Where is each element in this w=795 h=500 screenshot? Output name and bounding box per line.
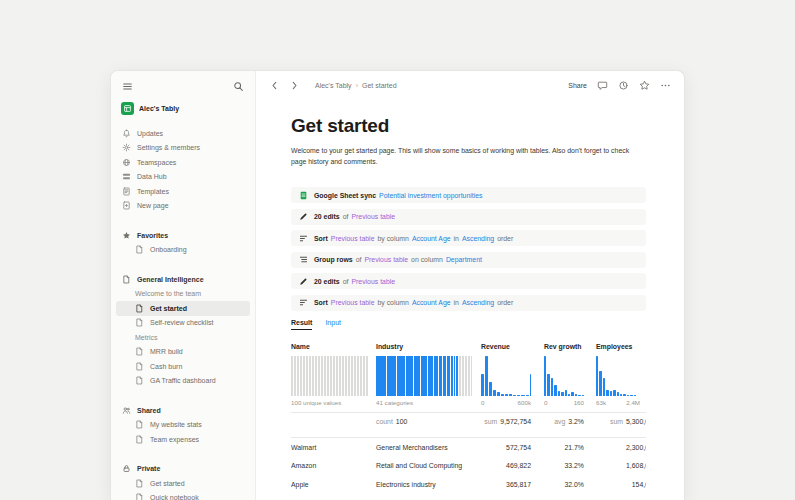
table-row[interactable]: AmazonRetail and Cloud Computing469,8223… xyxy=(291,456,646,475)
sidebar-item-welcome-to-the-team[interactable]: Welcome to the team xyxy=(111,287,255,302)
sidebar-item-get-started[interactable]: Get started xyxy=(111,476,255,491)
sidebar-item-teamspaces[interactable]: Teamspaces xyxy=(111,155,255,170)
tab-input[interactable]: Input xyxy=(325,319,341,330)
sidebar-item-my-website-stats[interactable]: My website stats xyxy=(111,418,255,433)
forward-icon[interactable] xyxy=(289,80,300,91)
page-title[interactable]: Get started xyxy=(291,115,644,137)
sidebar-item-get-started[interactable]: Get started xyxy=(116,301,250,316)
sidebar-item-cash-burn[interactable]: Cash burn xyxy=(111,359,255,374)
column-header-rev-growth[interactable]: Rev growth xyxy=(544,343,596,350)
sidebar-item-new-page[interactable]: New page xyxy=(111,199,255,214)
stat-value: 5,300,0 xyxy=(626,418,646,425)
more-options-icon[interactable] xyxy=(660,80,671,91)
histogram-bar xyxy=(551,378,553,396)
sidebar-item-settings-members[interactable]: Settings & members xyxy=(111,141,255,156)
rev-growth-column-histogram[interactable] xyxy=(544,356,584,396)
pencil-icon xyxy=(299,277,308,286)
callout-block[interactable]: SortPrevious tableby columnAccount Agein… xyxy=(291,230,646,246)
sidebar-item-onboarding[interactable]: Onboarding xyxy=(111,243,255,258)
stat-label: sum xyxy=(610,418,623,425)
inline-link[interactable]: Previous table xyxy=(364,256,408,263)
industry-column-summary-chart[interactable] xyxy=(376,356,471,396)
comments-icon[interactable] xyxy=(597,80,608,91)
sidebar-item-metrics[interactable]: Metrics xyxy=(111,330,255,345)
histogram-bar xyxy=(481,374,484,396)
callout-block[interactable]: 20 editsofPrevious table xyxy=(291,273,646,289)
sidebar-item-mrr-build[interactable]: MRR build xyxy=(111,345,255,360)
callout-block[interactable]: SortPrevious tableby columnAccount Agein… xyxy=(291,295,646,311)
column-header-name[interactable]: Name xyxy=(291,343,376,350)
sort-icon xyxy=(299,234,308,243)
table-row[interactable]: AppleElectronics industry365,81732.0%154… xyxy=(291,475,646,494)
table-cell: 469,822 xyxy=(481,462,544,469)
sidebar-item-ga-traffic-dashboard[interactable]: GA Traffic dashboard xyxy=(111,374,255,389)
inline-link[interactable]: Department xyxy=(446,256,482,263)
sidebar-item-label: Updates xyxy=(137,130,163,137)
sidebar-toolbar xyxy=(111,78,255,98)
menu-icon[interactable] xyxy=(122,81,133,92)
sidebar-section-favorites-header[interactable]: Favorites xyxy=(111,228,255,243)
histogram-bar xyxy=(620,394,622,396)
sidebar-item-label: Metrics xyxy=(135,334,158,341)
axis-min-label: 0 xyxy=(544,399,547,406)
category-segment xyxy=(443,356,446,396)
table-cell: 33.2% xyxy=(544,462,596,469)
sidebar-section-general-intelligence-header[interactable]: General Intelligence xyxy=(111,272,255,287)
tabs: ResultInput xyxy=(291,319,644,330)
sidebar-item-self-review-checklist[interactable]: Self-review checklist xyxy=(111,316,255,331)
inline-link[interactable]: Ascending xyxy=(462,299,494,306)
sidebar-section-favorites: FavoritesOnboarding xyxy=(111,228,255,257)
tab-result[interactable]: Result xyxy=(291,319,312,330)
text-segment: order xyxy=(497,235,513,242)
table-row[interactable]: CVS HealthHealthcare292,11144.0%258,0 xyxy=(291,493,646,500)
sidebar-section-label: General Intelligence xyxy=(137,276,204,283)
callout-block[interactable]: Google Sheet syncPotential investment op… xyxy=(291,187,646,203)
page-icon xyxy=(135,362,144,371)
back-icon[interactable] xyxy=(269,80,280,91)
sidebar-section-private-header[interactable]: Private xyxy=(111,462,255,477)
breadcrumb-current-page[interactable]: Get started xyxy=(362,82,397,89)
name-column-summary-chart[interactable] xyxy=(291,356,369,396)
employees-column-histogram[interactable] xyxy=(596,356,636,396)
category-segment xyxy=(414,356,420,396)
inline-link[interactable]: Potential investment opportunities xyxy=(379,192,482,199)
column-header-industry[interactable]: Industry xyxy=(376,343,481,350)
inline-link[interactable]: Account Age xyxy=(412,299,451,306)
inline-link[interactable]: Previous table xyxy=(331,235,375,242)
share-button[interactable]: Share xyxy=(568,82,587,89)
page-intro[interactable]: Welcome to your get started page. This w… xyxy=(291,146,646,167)
sidebar-item-team-expenses[interactable]: Team expenses xyxy=(111,432,255,447)
inline-link[interactable]: Previous table xyxy=(351,278,395,285)
histogram-bar xyxy=(558,391,560,396)
table-row[interactable]: WalmartGeneral Merchandisers572,75421.7%… xyxy=(291,438,646,457)
sidebar-item-templates[interactable]: Templates xyxy=(111,184,255,199)
sidebar-item-data-hub[interactable]: Data Hub xyxy=(111,170,255,185)
callout-block[interactable]: 20 editsofPrevious table xyxy=(291,209,646,225)
category-segment-tail xyxy=(459,356,472,396)
sidebar-section-label: Shared xyxy=(137,407,161,414)
history-clock-icon[interactable] xyxy=(618,80,629,91)
histogram-bar xyxy=(603,378,605,396)
search-icon[interactable] xyxy=(233,81,244,92)
workspace-switcher[interactable]: Alec's Tably xyxy=(111,98,255,119)
breadcrumb-workspace[interactable]: Alec's Tably xyxy=(315,82,352,89)
category-segment xyxy=(451,356,453,396)
sidebar-item-quick-notebook[interactable]: Quick notebook xyxy=(111,491,255,500)
column-header-revenue[interactable]: Revenue xyxy=(481,343,544,350)
inline-link[interactable]: Account Age xyxy=(412,235,451,242)
inline-link[interactable]: Ascending xyxy=(462,235,494,242)
column-header-employees[interactable]: Employees xyxy=(596,343,646,350)
sidebar-item-updates[interactable]: Updates xyxy=(111,126,255,141)
stat-label: count xyxy=(376,418,393,425)
inline-link[interactable]: Previous table xyxy=(331,299,375,306)
histogram-bar xyxy=(493,390,496,396)
category-segment xyxy=(376,356,386,396)
table-cell: General Merchandisers xyxy=(376,444,481,451)
histogram-bar xyxy=(582,395,584,396)
inline-link[interactable]: Previous table xyxy=(351,213,395,220)
callout-block[interactable]: Group rowsofPrevious tableon columnDepar… xyxy=(291,252,646,268)
rows-icon xyxy=(122,172,131,181)
sidebar-section-shared-header[interactable]: Shared xyxy=(111,403,255,418)
revenue-column-histogram[interactable] xyxy=(481,356,531,396)
favorite-star-icon[interactable] xyxy=(639,80,650,91)
